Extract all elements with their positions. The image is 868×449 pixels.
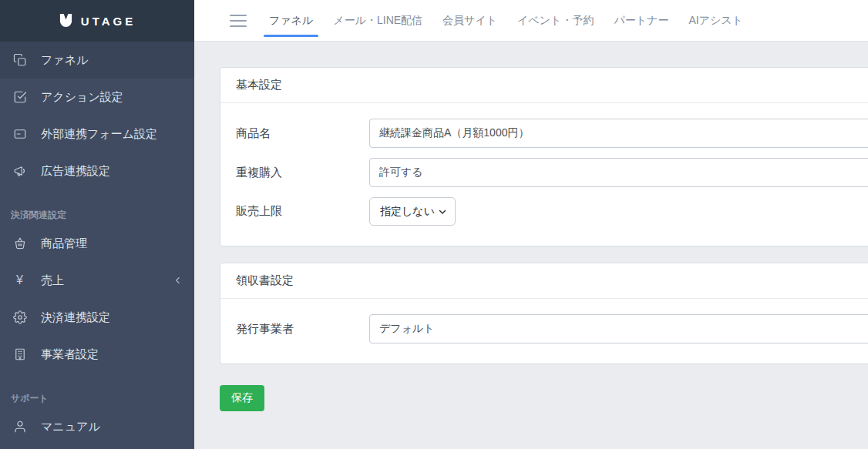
card-title-receipt-settings: 領収書設定 (220, 263, 868, 299)
product-name-label: 商品名 (236, 126, 369, 141)
sidebar-item-ad-integration-settings[interactable]: 広告連携設定 (0, 152, 194, 189)
chevron-left-icon (173, 275, 183, 286)
duplicate-purchase-label: 重複購入 (236, 166, 369, 180)
save-button[interactable]: 保存 (220, 385, 264, 411)
sidebar-item-label: 事業者設定 (41, 347, 99, 362)
utage-logo-icon (59, 13, 73, 29)
page-content: 基本設定 商品名 重複購入 販売上限 指定しない (194, 42, 868, 449)
form-icon (12, 127, 27, 142)
app-logo: UTAGE (0, 0, 194, 42)
app-logo-text: UTAGE (81, 15, 136, 28)
check-square-icon (12, 90, 27, 105)
top-navigation: ファネル メール・LINE配信 会員サイト イベント・予約 パートナー AIアシ… (194, 0, 868, 42)
main-area: ファネル メール・LINE配信 会員サイト イベント・予約 パートナー AIアシ… (194, 0, 868, 449)
megaphone-icon (12, 164, 27, 179)
sidebar-item-label: 広告連携設定 (41, 164, 110, 179)
field-row-duplicate-purchase: 重複購入 (236, 158, 868, 187)
sidebar-item-sales[interactable]: ¥ 売上 (0, 262, 194, 299)
sidebar-item-label: 外部連携フォーム設定 (41, 127, 157, 142)
sidebar-item-label: 商品管理 (41, 236, 87, 251)
sidebar-item-action-settings[interactable]: アクション設定 (0, 79, 194, 116)
tab-partner[interactable]: パートナー (608, 14, 674, 28)
sidebar-item-label: マニュアル (41, 420, 100, 434)
card-body: 商品名 重複購入 販売上限 指定しない (220, 103, 868, 246)
gear-icon (12, 310, 27, 325)
sidebar-item-business-settings[interactable]: 事業者設定 (0, 336, 194, 373)
building-icon (12, 347, 27, 362)
person-icon (12, 420, 27, 434)
sidebar-section-support: サポート (0, 392, 194, 405)
basic-settings-card: 基本設定 商品名 重複購入 販売上限 指定しない (220, 67, 868, 246)
sidebar-item-label: 売上 (41, 273, 64, 288)
card-title-basic-settings: 基本設定 (220, 68, 868, 103)
tab-member-site[interactable]: 会員サイト (437, 14, 503, 28)
sidebar-item-label: アクション設定 (41, 90, 123, 105)
sidebar-item-label: 決済連携設定 (41, 310, 110, 325)
field-row-issuer: 発行事業者 (236, 314, 868, 343)
yen-icon: ¥ (12, 273, 27, 288)
sidebar-item-product-management[interactable]: 商品管理 (0, 225, 194, 262)
product-name-input[interactable] (369, 119, 868, 148)
sales-limit-label: 販売上限 (236, 204, 369, 219)
sales-limit-selected-value: 指定しない (380, 205, 435, 219)
chevron-down-icon (438, 207, 447, 216)
field-row-product-name: 商品名 (236, 119, 868, 148)
basket-icon (12, 236, 27, 251)
copy-icon (12, 53, 27, 68)
tab-event-booking[interactable]: イベント・予約 (512, 14, 599, 28)
sidebar-item-external-form-settings[interactable]: 外部連携フォーム設定 (0, 116, 194, 152)
tab-funnel[interactable]: ファネル (264, 14, 318, 28)
duplicate-purchase-input[interactable] (369, 158, 868, 187)
sales-limit-select[interactable]: 指定しない (369, 197, 456, 226)
tab-mail-line[interactable]: メール・LINE配信 (328, 14, 428, 28)
issuer-label: 発行事業者 (236, 322, 369, 337)
hamburger-icon[interactable] (230, 15, 247, 27)
tab-ai-assist[interactable]: AIアシスト (683, 14, 749, 28)
sidebar: UTAGE ファネル アクション設定 外部連携フォーム設定 広告連携設定 決済関… (0, 0, 194, 449)
receipt-settings-card: 領収書設定 発行事業者 (220, 263, 868, 364)
sidebar-item-label: ファネル (41, 53, 88, 68)
card-body: 発行事業者 (220, 299, 868, 364)
field-row-sales-limit: 販売上限 指定しない (236, 197, 868, 226)
sidebar-section-payment-settings: 決済関連設定 (0, 209, 194, 222)
sidebar-item-manual[interactable]: マニュアル (0, 408, 194, 445)
sidebar-item-funnel[interactable]: ファネル (0, 42, 194, 79)
issuer-input[interactable] (369, 314, 868, 343)
sidebar-item-payment-integration-settings[interactable]: 決済連携設定 (0, 299, 194, 336)
